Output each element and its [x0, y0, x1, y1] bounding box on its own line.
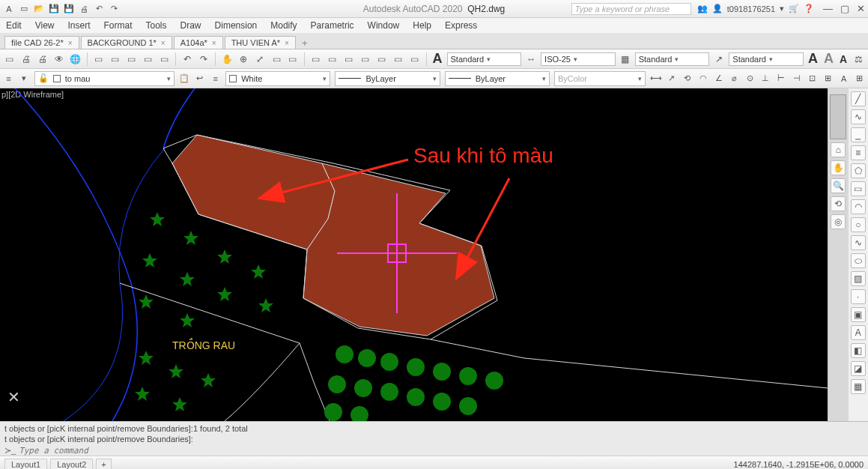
app-menu-icon[interactable]: A	[3, 3, 15, 15]
layer-filter-icon[interactable]: ▾	[19, 73, 30, 85]
dim-icon[interactable]: ⊡	[807, 73, 819, 85]
save-icon[interactable]: 💾	[48, 3, 60, 15]
lineweight-combo[interactable]: ByLayer ▾	[445, 71, 550, 86]
dim-icon[interactable]: A	[838, 73, 849, 85]
tool-icon[interactable]: ▭	[326, 52, 339, 66]
menu-help[interactable]: Help	[413, 20, 431, 31]
tool-icon[interactable]: ↶	[180, 52, 194, 66]
tool-icon[interactable]: 👁	[52, 52, 66, 66]
close-tab-icon[interactable]: ×	[68, 39, 73, 47]
help-icon[interactable]: ❓	[804, 4, 814, 13]
add-layout-tab[interactable]: +	[96, 459, 111, 470]
layout-tab[interactable]: Layout2	[50, 459, 93, 470]
tool-icon[interactable]: 🖨	[19, 52, 33, 66]
plot-icon[interactable]: 🖨	[78, 3, 90, 15]
dim-icon[interactable]: ⊥	[760, 73, 771, 85]
text-style-select[interactable]: Standard▾	[447, 52, 522, 66]
gradient-icon[interactable]: ◪	[851, 361, 866, 376]
open-icon[interactable]: 📂	[33, 3, 45, 15]
region-icon[interactable]: ◧	[851, 343, 866, 358]
rect-icon[interactable]: ▭	[851, 181, 866, 196]
signin-icon[interactable]: 👥	[697, 4, 708, 13]
tool-icon[interactable]: ⊕	[237, 52, 250, 66]
redo-icon[interactable]: ↷	[108, 3, 120, 15]
annot-a-icon[interactable]: A	[840, 53, 847, 65]
user-icon[interactable]: 👤	[712, 4, 723, 13]
dim-icon[interactable]: ◠	[697, 73, 708, 85]
table-icon[interactable]: ▦	[851, 379, 866, 394]
tool-icon[interactable]: ▭	[157, 52, 171, 66]
point-icon[interactable]: ·	[851, 289, 866, 304]
new-icon[interactable]: ▭	[18, 3, 30, 15]
exchange-icon[interactable]: 🛒	[789, 4, 799, 13]
tool-icon[interactable]: ▭	[392, 52, 405, 66]
new-tab[interactable]: +	[297, 37, 312, 49]
saveas-icon[interactable]: 💾	[63, 3, 75, 15]
table-style-select[interactable]: Standard▾	[635, 52, 710, 66]
search-box[interactable]: Type a keyword or phrase	[571, 3, 691, 15]
ellipse-icon[interactable]: ⬭	[851, 253, 866, 268]
menu-window[interactable]: Window	[368, 20, 400, 31]
line-icon[interactable]: ╱	[851, 91, 866, 106]
doc-tab[interactable]: A104a*×	[174, 36, 223, 49]
spline-icon[interactable]: ∿	[851, 235, 866, 250]
dim-icon[interactable]: ⌀	[729, 73, 740, 85]
tool-icon[interactable]: 🌐	[69, 52, 82, 66]
drawing-close-icon[interactable]: ✕	[7, 388, 20, 406]
menu-modify[interactable]: Modify	[270, 20, 297, 31]
nav-home-icon[interactable]: ⌂	[831, 142, 846, 157]
nav-pan-icon[interactable]: ✋	[831, 160, 846, 175]
layer-props-icon[interactable]: ≡	[210, 73, 221, 85]
layer-states-icon[interactable]: 📋	[179, 73, 190, 85]
close-tab-icon[interactable]: ×	[212, 39, 216, 47]
pline-icon[interactable]: ∿	[851, 109, 866, 124]
text-style-icon[interactable]: A	[433, 51, 443, 67]
nav-zoom-icon[interactable]: 🔍	[831, 178, 846, 193]
close-button[interactable]: ✕	[857, 3, 865, 14]
viewcube[interactable]	[830, 94, 846, 139]
tool-icon[interactable]: ✋	[220, 52, 234, 66]
block-icon[interactable]: ▣	[851, 307, 866, 322]
tool-icon[interactable]: ▭	[286, 52, 300, 66]
dim-icon[interactable]: ∠	[713, 73, 724, 85]
annot-a-icon[interactable]: A	[808, 51, 818, 67]
tool-icon[interactable]: ↷	[197, 52, 210, 66]
dim-icon[interactable]: ⊞	[854, 73, 865, 85]
polygon-icon[interactable]: ⬠	[851, 163, 866, 178]
tool-icon[interactable]: ▭	[342, 52, 356, 66]
tool-icon[interactable]: ▭	[109, 52, 122, 66]
layout-tab[interactable]: Layout1	[4, 459, 47, 470]
xline-icon[interactable]: ⎯	[851, 127, 866, 142]
circle-icon[interactable]: ○	[851, 217, 866, 232]
color-combo[interactable]: White ▾	[225, 71, 330, 86]
dim-icon[interactable]: ⟲	[682, 73, 693, 85]
dim-icon[interactable]: ⟷	[650, 73, 662, 85]
dim-icon[interactable]: ⊣	[792, 73, 803, 85]
doc-tab[interactable]: BACKGROUND 1*×	[81, 36, 172, 49]
tool-icon[interactable]: ▭	[270, 52, 283, 66]
close-tab-icon[interactable]: ×	[285, 39, 289, 47]
text-icon[interactable]: A	[851, 325, 866, 340]
nav-wheel-icon[interactable]: ◎	[831, 214, 846, 229]
menu-edit[interactable]: Edit	[6, 20, 22, 31]
dim-style-icon[interactable]: ↔	[524, 52, 538, 66]
tool-icon[interactable]: ▭	[142, 52, 155, 66]
tool-icon[interactable]: ▭	[125, 52, 139, 66]
mleader-style-select[interactable]: Standard▾	[729, 52, 804, 66]
menu-parametric[interactable]: Parametric	[311, 20, 354, 31]
anno-scale-icon[interactable]: ⚖	[852, 52, 865, 66]
menu-dimension[interactable]: Dimension	[215, 20, 258, 31]
tool-icon[interactable]: ▭	[3, 52, 16, 66]
linetype-combo[interactable]: ByLayer ▾	[335, 71, 440, 86]
undo-icon[interactable]: ↶	[93, 3, 105, 15]
tool-icon[interactable]: 🖨	[36, 52, 49, 66]
annot-a-icon[interactable]: A	[824, 51, 834, 67]
dim-icon[interactable]: ⊞	[822, 73, 834, 85]
tool-icon[interactable]: ▭	[309, 52, 323, 66]
menu-format[interactable]: Format	[104, 20, 133, 31]
mleader-style-icon[interactable]: ↗	[712, 52, 726, 66]
layer-icon[interactable]: ≡	[3, 73, 14, 85]
layer-prev-icon[interactable]: ↩	[194, 73, 205, 85]
hatch-icon[interactable]: ▨	[851, 271, 866, 286]
dim-style-select[interactable]: ISO-25▾	[541, 52, 616, 66]
